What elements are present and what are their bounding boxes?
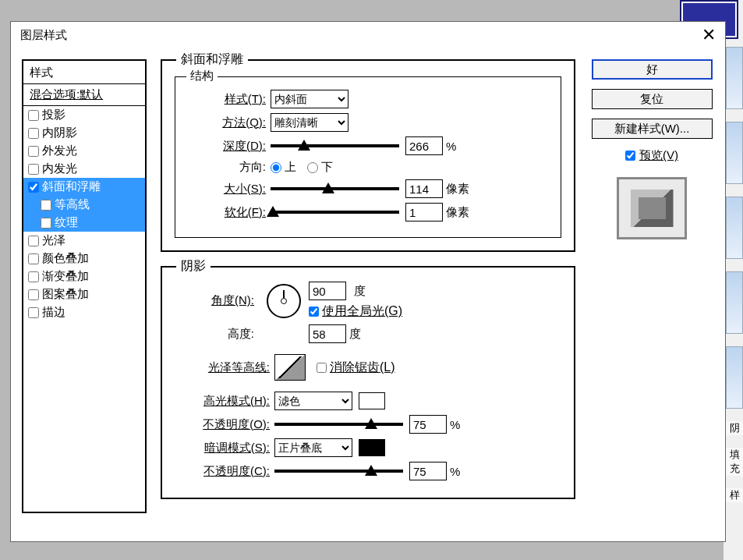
- altitude-label: 高度:: [175, 327, 259, 342]
- style-item-5[interactable]: 等高线: [23, 196, 145, 214]
- side-label-c: 样: [726, 488, 743, 502]
- shadow-mode-label: 暗调模式(S):: [175, 441, 274, 455]
- style-item-checkbox[interactable]: [28, 128, 39, 139]
- blend-options[interactable]: 混合选项:默认: [23, 84, 145, 106]
- style-item-label: 图案叠加: [42, 287, 89, 302]
- style-item-checkbox[interactable]: [28, 271, 39, 282]
- style-item-checkbox[interactable]: [28, 164, 39, 175]
- style-select[interactable]: 内斜面: [271, 90, 349, 108]
- style-item-0[interactable]: 投影: [23, 106, 145, 124]
- style-item-label: 光泽: [42, 233, 65, 248]
- shadow-opacity-slider[interactable]: [274, 463, 403, 479]
- depth-slider[interactable]: [271, 138, 399, 154]
- style-item-1[interactable]: 内阴影: [23, 124, 145, 142]
- antialias-checkbox[interactable]: 消除锯齿(L): [317, 360, 395, 376]
- style-item-checkbox[interactable]: [28, 236, 39, 246]
- shadow-color-swatch[interactable]: [359, 439, 385, 456]
- style-item-8[interactable]: 颜色叠加: [23, 250, 145, 268]
- side-label-b: 填充: [726, 448, 743, 476]
- side-label-a: 阴: [726, 421, 743, 435]
- style-item-7[interactable]: 光泽: [23, 232, 145, 250]
- style-item-label: 渐变叠加: [42, 269, 89, 284]
- angle-dial[interactable]: [267, 284, 301, 318]
- options-panel: 斜面和浮雕 结构 样式(T): 内斜面 方法(Q): 雕刻清晰 深度(D):: [161, 59, 575, 513]
- highlight-opacity-unit: %: [450, 418, 460, 431]
- angle-label: 角度(N):: [175, 293, 259, 308]
- soften-slider[interactable]: [271, 204, 399, 220]
- depth-input[interactable]: [405, 136, 443, 155]
- layer-style-dialog: 图层样式 ✕ 样式 混合选项:默认 投影内阴影外发光内发光斜面和浮雕等高线纹理光…: [10, 21, 726, 542]
- style-item-4[interactable]: 斜面和浮雕: [23, 178, 145, 196]
- contour-label: 光泽等高线:: [175, 360, 274, 375]
- method-label: 方法(Q):: [186, 115, 271, 130]
- bevel-fieldset: 斜面和浮雕 结构 样式(T): 内斜面 方法(Q): 雕刻清晰 深度(D):: [161, 59, 575, 252]
- ok-button[interactable]: 好: [592, 59, 713, 80]
- style-item-10[interactable]: 图案叠加: [23, 285, 145, 303]
- style-item-2[interactable]: 外发光: [23, 142, 145, 160]
- style-list: 样式 混合选项:默认 投影内阴影外发光内发光斜面和浮雕等高线纹理光泽颜色叠加渐变…: [22, 59, 147, 513]
- style-item-label: 描边: [42, 305, 65, 320]
- preview-checkbox[interactable]: 预览(V): [625, 148, 678, 163]
- shadow-mode-select[interactable]: 正片叠底: [274, 438, 352, 457]
- style-item-label: 等高线: [55, 197, 90, 212]
- style-item-checkbox[interactable]: [28, 289, 39, 300]
- soften-unit: 像素: [446, 205, 469, 220]
- style-item-label: 斜面和浮雕: [42, 179, 101, 194]
- direction-label: 方向:: [186, 160, 271, 175]
- shadow-opacity-unit: %: [450, 465, 460, 478]
- altitude-input[interactable]: [309, 324, 346, 343]
- new-style-button[interactable]: 新建样式(W)...: [592, 119, 713, 139]
- highlight-opacity-input[interactable]: [409, 415, 447, 434]
- highlight-mode-select[interactable]: 滤色: [274, 392, 352, 410]
- shadow-opacity-label: 不透明度(C):: [175, 464, 274, 479]
- size-slider[interactable]: [271, 181, 399, 197]
- style-item-label: 投影: [42, 108, 65, 122]
- reset-button[interactable]: 复位: [592, 89, 713, 109]
- style-item-3[interactable]: 内发光: [23, 160, 145, 178]
- shadow-fieldset: 阴影 角度(N): 度 使用全局光(G) 高度:: [161, 266, 575, 499]
- style-item-9[interactable]: 渐变叠加: [23, 268, 145, 285]
- depth-label: 深度(D):: [186, 139, 271, 154]
- style-item-label: 内发光: [42, 161, 77, 176]
- angle-input[interactable]: [309, 282, 346, 300]
- soften-label: 软化(F):: [186, 205, 271, 220]
- style-item-checkbox[interactable]: [41, 200, 51, 211]
- close-icon[interactable]: ✕: [702, 25, 716, 45]
- contour-picker[interactable]: [274, 354, 306, 381]
- highlight-opacity-label: 不透明度(O):: [175, 417, 274, 432]
- style-item-checkbox[interactable]: [28, 253, 39, 264]
- effect-preview: [617, 177, 687, 239]
- dialog-title: 图层样式: [20, 28, 67, 43]
- style-item-label: 外发光: [42, 144, 77, 158]
- bevel-preview-icon: [631, 190, 674, 227]
- size-unit: 像素: [446, 182, 469, 197]
- global-light-checkbox[interactable]: 使用全局光(G): [309, 303, 402, 320]
- right-column: 好 复位 新建样式(W)... 预览(V): [589, 59, 714, 513]
- angle-unit: 度: [354, 284, 366, 299]
- style-item-checkbox[interactable]: [41, 218, 51, 229]
- highlight-color-swatch[interactable]: [359, 392, 385, 409]
- style-label: 样式(T):: [186, 92, 271, 107]
- direction-up-radio[interactable]: 上: [271, 160, 296, 175]
- style-item-6[interactable]: 纹理: [23, 214, 145, 232]
- style-item-checkbox[interactable]: [28, 146, 39, 157]
- style-item-label: 颜色叠加: [42, 251, 89, 266]
- size-label: 大小(S):: [186, 182, 271, 197]
- style-item-label: 纹理: [55, 215, 78, 230]
- bevel-legend: 斜面和浮雕: [176, 51, 248, 68]
- side-palette-strips: 阴 填充 样: [726, 47, 743, 502]
- style-item-11[interactable]: 描边: [23, 303, 145, 321]
- style-item-checkbox[interactable]: [28, 182, 39, 193]
- size-input[interactable]: [405, 179, 443, 198]
- altitude-unit: 度: [349, 327, 361, 342]
- direction-down-radio[interactable]: 下: [307, 160, 333, 175]
- shadow-legend: 阴影: [176, 258, 211, 275]
- style-item-checkbox[interactable]: [28, 110, 39, 121]
- depth-unit: %: [446, 140, 456, 153]
- soften-input[interactable]: [405, 203, 443, 222]
- style-item-label: 内阴影: [42, 126, 77, 140]
- highlight-opacity-slider[interactable]: [274, 416, 403, 432]
- style-item-checkbox[interactable]: [28, 307, 39, 318]
- shadow-opacity-input[interactable]: [409, 462, 447, 480]
- method-select[interactable]: 雕刻清晰: [271, 113, 349, 132]
